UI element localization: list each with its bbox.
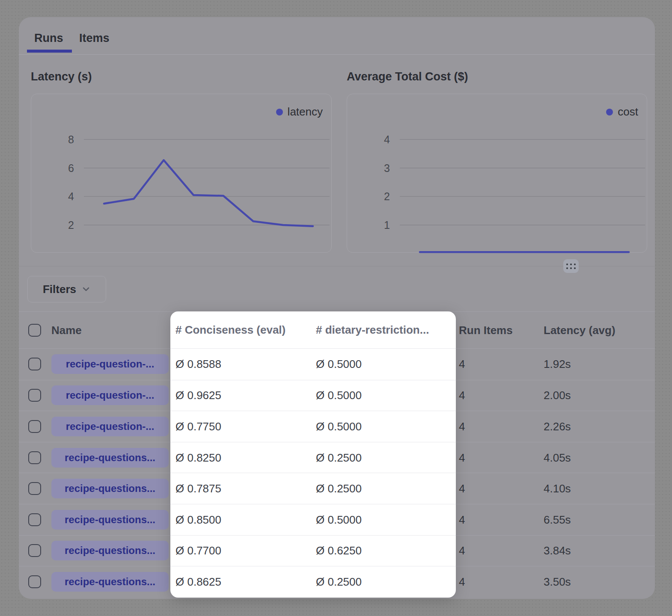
run-items-value: 4 — [459, 420, 465, 433]
conciseness-score-value: Ø 0.7750 — [175, 420, 221, 433]
row-checkbox[interactable] — [28, 389, 41, 402]
filters-button-label: Filters — [43, 283, 76, 296]
column-header-run-items[interactable]: Run Items — [459, 323, 513, 337]
latency-chart-legend: latency — [276, 105, 323, 118]
tab-runs[interactable]: Runs — [34, 32, 63, 45]
latency-avg-value: 4.05s — [544, 451, 571, 464]
conciseness-score-value: Ø 0.7875 — [175, 482, 221, 495]
run-items-value: 4 — [459, 389, 465, 402]
dietary-restriction-score-value: Ø 0.5000 — [316, 389, 362, 402]
latency-legend-dot-icon — [276, 109, 283, 116]
tab-runs-label: Runs — [34, 32, 63, 44]
run-items-value: 4 — [459, 544, 465, 557]
tab-bar: Runs Items — [19, 17, 655, 55]
conciseness-score-value: Ø 0.8625 — [175, 575, 221, 588]
chevron-down-icon — [81, 284, 91, 294]
highlighted-row[interactable]: Ø 0.8625Ø 0.2500 — [170, 566, 456, 597]
cost-chart-legend: cost — [606, 105, 638, 118]
y-tick-label: 3 — [384, 162, 390, 174]
run-items-value: 4 — [459, 575, 465, 588]
run-name-badge[interactable]: recipe-questions... — [51, 448, 169, 468]
highlighted-header-row: # Conciseness (eval) # dietary-restricti… — [170, 311, 456, 349]
latency-data-line — [104, 160, 313, 226]
latency-avg-value: 3.50s — [544, 575, 571, 588]
column-header-conciseness[interactable]: # Conciseness (eval) — [175, 323, 285, 337]
cost-legend-dot-icon — [606, 109, 613, 116]
latency-chart-card: 2468 latency — [31, 94, 332, 253]
row-checkbox[interactable] — [28, 513, 41, 526]
dietary-restriction-score-value: Ø 0.2500 — [316, 482, 362, 495]
run-name-badge[interactable]: recipe-question-... — [51, 417, 169, 436]
dietary-restriction-score-value: Ø 0.5000 — [316, 513, 362, 526]
highlighted-row[interactable]: Ø 0.7875Ø 0.2500 — [170, 473, 456, 504]
row-checkbox[interactable] — [28, 482, 41, 495]
conciseness-score-value: Ø 0.8500 — [175, 513, 221, 526]
column-header-name[interactable]: Name — [51, 323, 82, 337]
highlighted-row[interactable]: Ø 0.7750Ø 0.5000 — [170, 411, 456, 442]
row-checkbox[interactable] — [28, 575, 41, 588]
latency-avg-value: 4.10s — [544, 482, 571, 495]
y-tick-label: 2 — [384, 190, 390, 202]
dietary-restriction-score-value: Ø 0.5000 — [316, 358, 362, 371]
latency-chart-title: Latency (s) — [31, 68, 92, 85]
section-divider — [19, 266, 655, 267]
row-checkbox[interactable] — [28, 358, 41, 370]
cost-chart-card: 1234 cost — [347, 94, 647, 253]
row-checkbox[interactable] — [28, 451, 41, 464]
tab-items-label: Items — [79, 32, 110, 44]
y-tick-label: 4 — [68, 190, 74, 202]
latency-legend-label: latency — [288, 105, 323, 118]
conciseness-score-value: Ø 0.8250 — [175, 451, 221, 464]
run-items-value: 4 — [459, 482, 465, 495]
drag-handle-icon[interactable] — [563, 259, 579, 273]
runs-dashboard-panel: Runs Items Latency (s) Average Total Cos… — [19, 17, 655, 599]
run-name-badge[interactable]: recipe-questions... — [51, 541, 169, 560]
highlighted-row[interactable]: Ø 0.9625Ø 0.5000 — [170, 380, 456, 411]
highlighted-row[interactable]: Ø 0.8500Ø 0.5000 — [170, 504, 456, 535]
highlighted-columns-body: Ø 0.8588Ø 0.5000Ø 0.9625Ø 0.5000Ø 0.7750… — [170, 349, 456, 597]
tab-items[interactable]: Items — [79, 32, 110, 45]
y-tick-label: 8 — [68, 133, 74, 145]
cost-line-chart: 1234 — [347, 94, 648, 253]
highlighted-columns-panel: # Conciseness (eval) # dietary-restricti… — [170, 311, 456, 598]
y-tick-label: 2 — [68, 219, 74, 231]
latency-avg-value: 2.00s — [544, 389, 571, 402]
y-tick-label: 4 — [384, 133, 390, 145]
dietary-restriction-score-value: Ø 0.5000 — [316, 420, 362, 433]
conciseness-score-value: Ø 0.9625 — [175, 389, 221, 402]
cost-legend-label: cost — [618, 105, 638, 118]
latency-avg-value: 1.92s — [544, 358, 571, 371]
latency-avg-value: 3.84s — [544, 544, 571, 557]
run-items-value: 4 — [459, 451, 465, 464]
y-tick-label: 1 — [384, 219, 390, 231]
cost-chart-title: Average Total Cost ($) — [347, 68, 468, 85]
column-header-latency-avg[interactable]: Latency (avg) — [544, 323, 616, 337]
run-items-value: 4 — [459, 513, 465, 526]
run-name-badge[interactable]: recipe-questions... — [51, 479, 169, 498]
filters-button[interactable]: Filters — [27, 276, 106, 302]
run-name-badge[interactable]: recipe-question-... — [51, 385, 169, 405]
highlighted-row[interactable]: Ø 0.8588Ø 0.5000 — [170, 349, 456, 380]
column-header-dietary-restriction[interactable]: # dietary-restriction... — [316, 323, 429, 337]
highlighted-row[interactable]: Ø 0.7700Ø 0.6250 — [170, 535, 456, 566]
conciseness-score-value: Ø 0.8588 — [175, 358, 221, 371]
row-checkbox[interactable] — [28, 420, 41, 433]
latency-avg-value: 2.26s — [544, 420, 571, 433]
dietary-restriction-score-value: Ø 0.2500 — [316, 451, 362, 464]
select-all-checkbox[interactable] — [28, 324, 41, 337]
run-items-value: 4 — [459, 358, 465, 371]
latency-avg-value: 6.55s — [544, 513, 571, 526]
run-name-badge[interactable]: recipe-questions... — [51, 572, 169, 592]
dietary-restriction-score-value: Ø 0.2500 — [316, 575, 362, 588]
y-tick-label: 6 — [68, 162, 74, 174]
conciseness-score-value: Ø 0.7700 — [175, 544, 221, 557]
dietary-restriction-score-value: Ø 0.6250 — [316, 544, 362, 557]
row-checkbox[interactable] — [28, 544, 41, 557]
highlighted-row[interactable]: Ø 0.8250Ø 0.2500 — [170, 442, 456, 473]
run-name-badge[interactable]: recipe-questions... — [51, 510, 169, 530]
run-name-badge[interactable]: recipe-question-... — [51, 354, 169, 374]
